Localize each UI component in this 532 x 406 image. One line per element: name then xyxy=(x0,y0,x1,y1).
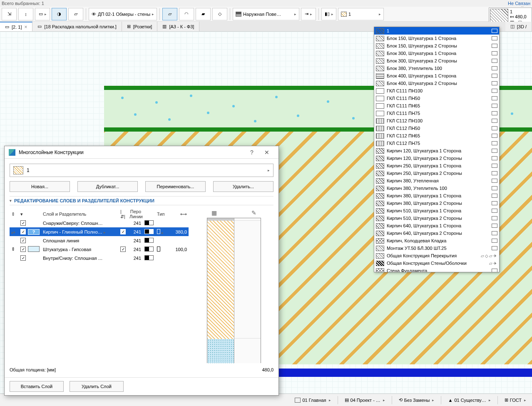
table-header: ⇕▾Слой и Разделитель|⇵|Перо ЛинииТип⟷ xyxy=(10,209,189,219)
composite-option[interactable]: Блок 300, Штукатурка 1 Сторона xyxy=(374,50,499,57)
layer-row[interactable]: ✓Сплошная линия241 xyxy=(10,236,189,245)
layer-stack xyxy=(207,218,261,363)
composite-option[interactable]: Блок 300, Штукатурка 2 Стороны xyxy=(374,57,499,65)
app-icon xyxy=(9,149,15,156)
close-button[interactable]: ✕ xyxy=(259,147,274,158)
layers-table: ⇕▾Слой и Разделитель|⇵|Перо ЛинииТип⟷ ✓С… xyxy=(10,209,189,363)
wall-section-blue xyxy=(271,369,532,377)
composite-option[interactable]: Кирпич 640, Штукатурка 2 Стороны xyxy=(374,229,499,237)
view-dropdown[interactable]: 👁ДП 02-1 Обмеры - стены▸ xyxy=(89,8,157,20)
composite-option[interactable]: Кирпич 380, Штукатурка 1 Сторона xyxy=(374,192,499,199)
composite-option[interactable]: Блок 400, Штукатурка 1 Сторона xyxy=(374,72,499,80)
tool-select-icon[interactable]: ▭▸ xyxy=(35,8,50,20)
composite-option[interactable]: Блок 400, Штукатурка 2 Стороны xyxy=(374,80,499,87)
help-button[interactable]: ? xyxy=(244,147,259,158)
composite-name-selector[interactable]: 1 ▸ xyxy=(10,164,273,177)
layer-icon[interactable]: ▮▯▸ xyxy=(321,8,336,20)
composite-dialog: Многослойные Конструкции ? ✕ 1 ▸ Новая..… xyxy=(4,146,279,396)
delete-button[interactable]: Удалить... xyxy=(213,181,273,192)
geom-curve-icon[interactable]: ◠ xyxy=(179,8,194,20)
layer-row[interactable]: ✓Снаружи/Сверху: Сплошн…241 xyxy=(10,219,189,227)
insert-layer-button[interactable]: Вставить Слой xyxy=(10,381,64,392)
composite-option[interactable]: Кирпич 250, Штукатурка 2 Стороны xyxy=(374,169,499,177)
duplicate-button[interactable]: Дубликат... xyxy=(77,181,138,192)
composite-option[interactable]: Общая Конструкция Перекрытия▱◇▱✈ xyxy=(374,252,499,259)
composite-swatch xyxy=(13,166,23,174)
dialog-title: Многослойные Конструкции xyxy=(19,149,244,155)
tab-2-1[interactable]: ▭[2. 1]× xyxy=(0,22,32,31)
separator xyxy=(159,8,160,20)
sb-filter[interactable]: ▲01 Существу…▸ xyxy=(445,395,493,405)
composite-option[interactable]: ГКЛ С112 ПН75 xyxy=(374,139,499,147)
composite-option[interactable]: Кирпич 380, Утеплитель 100 xyxy=(374,184,499,192)
thickness-label: Общая толщина: [мм] xyxy=(10,367,249,372)
layer-row[interactable]: ⇕✓Штукатурка - Гипсовая✓241100,0 xyxy=(10,245,189,254)
composite-option[interactable]: Кирпич 120, Штукатурка 1 Сторона xyxy=(374,147,499,154)
composite-option[interactable]: Стена Фундамента xyxy=(374,267,499,272)
ref-line-dropdown[interactable]: Наружная Пове…▸ xyxy=(233,8,299,20)
tab-sockets[interactable]: ⊞[Розетки] xyxy=(122,22,158,31)
composite-preview: ▦✎ Использовать для: ▱ xyxy=(194,209,273,363)
separator xyxy=(318,8,319,20)
sb-scale[interactable]: 01 Главная▸ xyxy=(292,395,333,405)
composite-option[interactable]: Блок 150, Штукатурка 2 Стороны xyxy=(374,42,499,50)
composite-option[interactable]: Монтаж УТ.50 БЛ.300 ШТ.25 xyxy=(374,244,499,252)
composite-option[interactable]: Кирпич 380, Утепленная xyxy=(374,177,499,184)
offset-icon[interactable]: ⇥▸ xyxy=(301,8,316,20)
tool-arrow-icon[interactable]: ↕ xyxy=(18,8,33,20)
composite-option[interactable]: ГКЛ С111 ПН75 xyxy=(374,110,499,117)
main-toolbar: ⇲ ↕ ▭▸ ◑ ▱ 👁ДП 02-1 Обмеры - стены▸ ▱ ◠ … xyxy=(0,7,532,22)
composite-option[interactable]: Блок 380, Утеплитель 100 xyxy=(374,65,499,72)
composite-option[interactable]: 1 xyxy=(374,27,499,35)
composite-option[interactable]: ГКЛ С111 ПН50 xyxy=(374,95,499,102)
composite-option[interactable]: Кирпич 510, Штукатурка 1 Сторона xyxy=(374,207,499,214)
composite-dropdown[interactable]: 1▸ xyxy=(338,8,384,20)
sb-standard[interactable]: ⊞ГОСТ▸ xyxy=(502,395,529,405)
remove-layer-button[interactable]: Удалить Слой xyxy=(70,381,124,392)
geom-poly-icon[interactable]: ◇ xyxy=(212,8,227,20)
composite-name: 1 xyxy=(27,167,30,173)
section-header[interactable]: ▾РЕДАКТИРОВАНИЕ СЛОЕВ И РАЗДЕЛИТЕЛЕЙ КОН… xyxy=(10,196,273,205)
composite-option[interactable]: Кирпич 640, Штукатурка 1 Сторона xyxy=(374,222,499,229)
tool-marquee-icon[interactable]: ◑ xyxy=(52,8,67,20)
separator xyxy=(230,8,230,20)
geom-straight-icon[interactable]: ▱ xyxy=(162,8,177,20)
tab-tile-layout[interactable]: ▭[18 Раскладка напольной плитки.] xyxy=(32,22,122,31)
selection-count: Всего выбранных: 1 xyxy=(0,0,532,7)
composite-option[interactable]: Кирпич 250, Штукатурка 1 Сторона xyxy=(374,162,499,169)
separator xyxy=(86,8,86,20)
sb-renovation[interactable]: ⟲Без Замены▸ xyxy=(396,395,437,405)
dialog-titlebar[interactable]: Многослойные Конструкции ? ✕ xyxy=(5,146,278,159)
layer-row[interactable]: ▴▾✓?Кирпич - Глиняный Полно… ▸✓241 ▸380,… xyxy=(10,227,189,236)
composite-option[interactable]: Кирпич 120, Штукатурка 2 Стороны xyxy=(374,154,499,162)
composite-option[interactable]: ГКЛ С111 ПН100 xyxy=(374,87,499,95)
composite-option[interactable]: ГКЛ С112 ПН65 xyxy=(374,132,499,139)
tool-wall-icon[interactable]: ▱ xyxy=(68,8,83,20)
composite-option[interactable]: ГКЛ С112 ПН50 xyxy=(374,125,499,132)
rename-button[interactable]: Переименовать... xyxy=(145,181,206,192)
geom-slab-icon[interactable]: ▰ xyxy=(196,8,211,20)
composite-option[interactable]: Кирпич, Колодцевая Кладка xyxy=(374,237,499,244)
close-icon[interactable]: × xyxy=(24,24,27,30)
composite-option[interactable]: ГКЛ С111 ПН65 xyxy=(374,102,499,110)
composite-option[interactable]: Кирпич 380, Штукатурка 2 Стороны xyxy=(374,199,499,207)
hatch-icon: ▦ xyxy=(211,209,217,216)
tab-3d[interactable]: ◫[3D / xyxy=(505,22,532,31)
tool-move-icon[interactable]: ⇲ xyxy=(2,8,17,20)
composite-option[interactable]: Кирпич 510, Штукатурка 2 Стороны xyxy=(374,214,499,222)
composite-option[interactable]: ГКЛ С112 ПН100 xyxy=(374,117,499,125)
thickness-value: 480,0 xyxy=(249,367,273,372)
composite-list-popup[interactable]: 1Блок 150, Штукатурка 1 СторонаБлок 150,… xyxy=(374,27,500,272)
paint-icon: ✎ xyxy=(251,209,256,216)
sb-layer-combo[interactable]: ▤04 Проект - …▸ xyxy=(342,395,388,405)
new-button[interactable]: Новая... xyxy=(10,181,70,192)
layer-row[interactable]: ✓Внутри/Снизу: Сплошная …241 xyxy=(10,254,189,262)
composite-option[interactable]: Общая Конструкция Стены/Оболочки▱✈ xyxy=(374,259,499,267)
composite-option[interactable]: Блок 150, Штукатурка 1 Сторона xyxy=(374,35,499,42)
tab-a3[interactable]: ▥[А3 - К - Ф3] xyxy=(157,22,199,31)
